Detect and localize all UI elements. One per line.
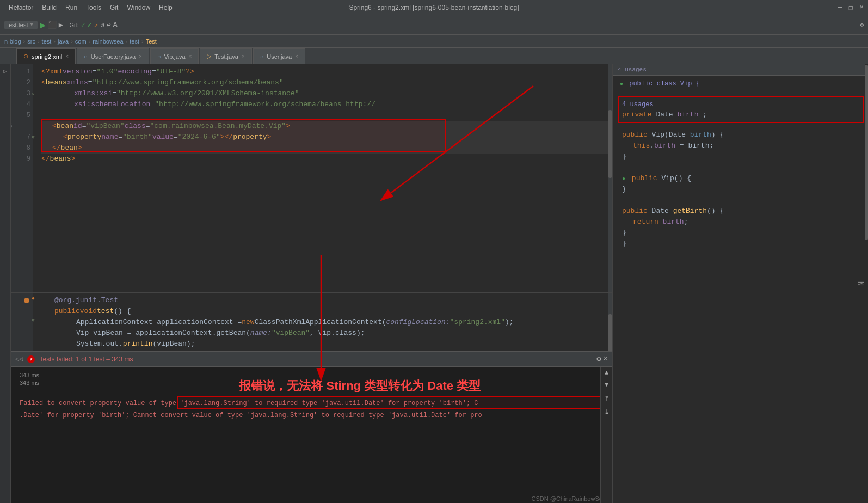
code-line-5 bbox=[41, 110, 608, 121]
breadcrumb-item-2[interactable]: test bbox=[42, 38, 52, 45]
code-line-1: <?xml version="1.0" encoding="UTF-8" ?> bbox=[41, 66, 608, 77]
tab-vip-close[interactable]: × bbox=[189, 53, 192, 59]
tab-java-icon-2: ○ bbox=[260, 53, 264, 60]
menu-window[interactable]: Window bbox=[122, 4, 155, 11]
code-line-6: <bean id="vipBean" class="com.rainbowsea… bbox=[41, 121, 608, 132]
menu-help[interactable]: Help bbox=[155, 4, 177, 11]
scroll-up-icon[interactable]: ▲ bbox=[605, 369, 608, 377]
tab-test[interactable]: ▷ Test.java × bbox=[200, 48, 251, 64]
right-panel: 4 usages ● public class Vip { 4 usages p… bbox=[612, 64, 868, 503]
bottom-panel: ◁◁ ✗ Tests failed: 1 of 1 test – 343 ms … bbox=[11, 351, 612, 503]
breadcrumb-item-6[interactable]: test bbox=[130, 38, 139, 45]
java-line-2: public void test() { bbox=[44, 306, 604, 317]
right-code-line-2: this.birth = birth; bbox=[622, 140, 859, 151]
time-entry-2: 343 ms bbox=[11, 379, 612, 387]
tab-java-icon-1: ○ bbox=[157, 53, 161, 60]
tab-vip[interactable]: ○ Vip.java × bbox=[150, 48, 199, 64]
xml-code[interactable]: <?xml version="1.0" encoding="UTF-8" ?> … bbox=[33, 64, 612, 292]
menu-tools[interactable]: Tools bbox=[82, 4, 106, 11]
tab-user[interactable]: ○ User.java × bbox=[253, 48, 305, 64]
error-container-1: Failed to convert property value of type… bbox=[11, 397, 612, 409]
menu-git[interactable]: Git bbox=[106, 4, 122, 11]
breadcrumb-item-0[interactable]: n-blog bbox=[4, 38, 21, 45]
tab-user-close[interactable]: × bbox=[295, 53, 298, 59]
right-code-line-6: } bbox=[622, 184, 859, 195]
error-line-2: .Date' for property 'birth'; Cannot conv… bbox=[11, 409, 612, 421]
settings-icon[interactable]: ⚙ bbox=[596, 354, 601, 364]
project-selector-chevron: ▼ bbox=[30, 22, 33, 28]
right-panel-icons: N bbox=[856, 281, 865, 286]
top-usage-line: ● public class Vip { bbox=[613, 76, 868, 92]
xml-editor: 1 2 3 4 5 ●6 7 8 9 ▽ bbox=[11, 64, 612, 293]
debug-button[interactable]: ⬛ bbox=[48, 21, 57, 29]
error-line-1: Failed to convert property value of type… bbox=[11, 397, 612, 409]
xml-scrollbar[interactable] bbox=[608, 64, 612, 292]
git-revert-icon: ↩ bbox=[107, 21, 111, 29]
tab-vip-label: Vip.java bbox=[164, 53, 186, 60]
project-selector[interactable]: est.test ▼ bbox=[4, 21, 38, 29]
close-panel-icon[interactable]: × bbox=[604, 354, 608, 364]
right-code-line-11: } bbox=[622, 238, 859, 249]
menu-run[interactable]: Run bbox=[61, 4, 82, 11]
watermark: CSDN @ChinaRainbowSea bbox=[531, 495, 606, 502]
tab-user-label: User.java bbox=[267, 53, 292, 60]
usage-count: 4 usages bbox=[622, 101, 859, 108]
coverage-button[interactable]: ▶ bbox=[59, 21, 63, 29]
menu-refactor[interactable]: Refactor bbox=[4, 4, 38, 11]
run-button[interactable]: ▶ bbox=[40, 19, 46, 31]
tab-test-label: Test.java bbox=[214, 53, 238, 60]
right-panel-header: 4 usages bbox=[613, 64, 868, 76]
tab-collapse-button[interactable]: — bbox=[0, 48, 11, 64]
java-line-5: System.out.println(vipBean); bbox=[44, 339, 604, 349]
git-push-icon: ↗ bbox=[94, 21, 98, 29]
code-line-4: xsi:schemaLocation="http://www.springfra… bbox=[41, 99, 608, 110]
line-numbers: 1 2 3 4 5 ●6 7 8 9 bbox=[11, 64, 33, 292]
test-fail-icon: ✗ bbox=[27, 355, 35, 363]
tab-spring2xml-close[interactable]: × bbox=[65, 53, 69, 59]
java-line-3: ApplicationContext applicationContext = … bbox=[44, 317, 604, 328]
bottom-side-gutter: ▲ ▼ ⤒ ⤓ bbox=[600, 367, 612, 503]
right-panel-rotate-icon[interactable]: N bbox=[856, 281, 865, 286]
scroll-down-icon[interactable]: ▼ bbox=[605, 381, 608, 389]
tab-java-icon-0: ○ bbox=[84, 53, 88, 60]
collapse-icons[interactable]: ◁◁ bbox=[15, 355, 23, 363]
breadcrumb-item-1[interactable]: src bbox=[27, 38, 35, 45]
bottom-toolbar: ◁◁ ✗ Tests failed: 1 of 1 test – 343 ms … bbox=[11, 352, 612, 367]
menu-build[interactable]: Build bbox=[38, 4, 61, 11]
toolbar: est.test ▼ ▶ ⬛ ▶ Git: ✓ ✓ ↗ ↺ ↩ A ⚙ bbox=[0, 15, 868, 35]
java-line-1: @org.junit.Test bbox=[44, 295, 604, 306]
tab-userfactory[interactable]: ○ UserFactory.java × bbox=[77, 48, 149, 64]
scroll-top-icon[interactable]: ⤒ bbox=[604, 395, 610, 403]
scroll-bottom-icon[interactable]: ⤓ bbox=[604, 408, 610, 416]
breadcrumb-item-5[interactable]: rainbowsea bbox=[93, 38, 123, 45]
bottom-toolbar-right: ⚙ × bbox=[596, 354, 608, 364]
translate-icon: A bbox=[113, 21, 118, 29]
breadcrumb: n-blog › src › test › java › com › rainb… bbox=[0, 35, 868, 48]
java-line-4: Vip vipBean = applicationContext.getBean… bbox=[44, 328, 604, 339]
time-entry-1: 343 ms bbox=[11, 371, 612, 379]
minimize-button[interactable]: — bbox=[838, 3, 842, 12]
right-code-line-4 bbox=[622, 162, 859, 173]
tab-userfactory-close[interactable]: × bbox=[139, 53, 142, 59]
tab-test-close[interactable]: × bbox=[242, 53, 245, 59]
right-scrollbar[interactable] bbox=[865, 64, 868, 503]
toolbar-right: ⚙ bbox=[860, 21, 864, 28]
code-line-9: </beans> bbox=[41, 154, 608, 164]
git-fetch-icon: ↺ bbox=[100, 21, 104, 29]
collapse-left-icon[interactable]: ◁◁ bbox=[15, 355, 23, 363]
toolbar-settings-icon[interactable]: ⚙ bbox=[860, 21, 864, 28]
restore-button[interactable]: ❐ bbox=[848, 3, 853, 12]
usage-box: 4 usages private Date birth ; bbox=[618, 96, 864, 123]
left-gutter-icon[interactable]: ◁ bbox=[2, 69, 9, 76]
breadcrumb-item-4[interactable]: com bbox=[75, 38, 87, 45]
close-button[interactable]: × bbox=[859, 3, 864, 12]
vip-class-icon: ● bbox=[620, 81, 623, 87]
left-gutter: ◁ bbox=[0, 64, 11, 503]
git-check1-icon: ✓ bbox=[81, 21, 85, 29]
tab-test-icon: ▷ bbox=[207, 53, 211, 60]
tab-spring2xml[interactable]: ⊙ spring2.xml × bbox=[16, 48, 76, 64]
collapse-triangle-beans[interactable]: ▽ ▽ bbox=[32, 77, 34, 143]
breadcrumb-item-3[interactable]: java bbox=[58, 38, 69, 45]
usage-code: private Date birth ; bbox=[622, 111, 859, 119]
breadcrumb-item-7[interactable]: Test bbox=[146, 38, 157, 45]
